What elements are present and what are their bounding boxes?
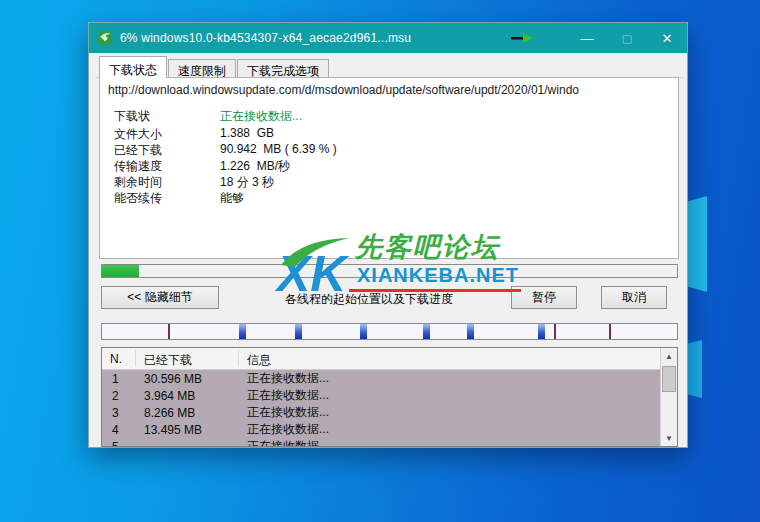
field-value: 1.226 MB/秒 xyxy=(220,158,290,174)
total-progress-bar xyxy=(101,264,678,278)
field-label: 传输速度 xyxy=(114,158,220,174)
field-value: 能够 xyxy=(220,190,244,206)
scrollbar-thumb[interactable] xyxy=(662,366,676,392)
field-label: 下载状 xyxy=(114,108,220,124)
table-cell: 5 xyxy=(102,440,136,447)
field-label: 剩余时间 xyxy=(114,174,220,190)
thread-position-mark xyxy=(467,324,474,339)
thread-position-mark xyxy=(423,324,430,339)
titlebar[interactable]: 6% windows10.0-kb4534307-x64_aecae2d961.… xyxy=(89,23,687,53)
thread-position-mark xyxy=(239,324,246,339)
field-row: 能否续传能够 xyxy=(114,190,337,206)
desktop-wallpaper: 6% windows10.0-kb4534307-x64_aecae2d961.… xyxy=(0,0,760,522)
table-row[interactable]: 5正在接收数据... xyxy=(102,438,660,446)
field-row: 剩余时间18 分 3 秒 xyxy=(114,174,337,190)
table-cell: 2 xyxy=(102,389,136,403)
field-label: 能否续传 xyxy=(114,190,220,206)
table-cell: 13.495 MB xyxy=(136,423,239,437)
threads-table: N. 已经下载 信息 130.596 MB正在接收数据...23.964 MB正… xyxy=(101,347,678,447)
segment-boundary-mark xyxy=(609,324,611,339)
thread-position-mark xyxy=(295,324,302,339)
field-row: 文件大小1.388 GB xyxy=(114,126,337,142)
download-progress-window: 6% windows10.0-kb4534307-x64_aecae2d961.… xyxy=(88,22,688,448)
table-row[interactable]: 130.596 MB正在接收数据... xyxy=(102,370,660,387)
column-header-info[interactable]: 信息 xyxy=(239,348,677,369)
tab-strip: 下载状态 速度限制 下载完成选项 xyxy=(99,56,330,78)
field-value: 1.388 GB xyxy=(220,126,274,142)
idm-app-icon xyxy=(97,30,113,46)
scroll-up-arrow-icon[interactable]: ▲ xyxy=(661,348,677,364)
column-header-downloaded[interactable]: 已经下载 xyxy=(136,348,239,369)
table-cell: 正在接收数据... xyxy=(239,421,660,438)
progress-fill xyxy=(102,265,139,277)
table-cell: 30.596 MB xyxy=(136,372,239,386)
table-row[interactable]: 38.266 MB正在接收数据... xyxy=(102,404,660,421)
tab-on-complete-options[interactable]: 下载完成选项 xyxy=(237,59,329,78)
table-cell: 1 xyxy=(102,372,136,386)
thread-position-mark xyxy=(538,324,545,339)
field-value: 90.942 MB ( 6.39 % ) xyxy=(220,142,337,158)
table-cell: 8.266 MB xyxy=(136,406,239,420)
field-value: 18 分 3 秒 xyxy=(220,174,274,190)
field-label: 文件大小 xyxy=(114,126,220,142)
table-header: N. 已经下载 信息 xyxy=(102,348,677,370)
table-cell: 3 xyxy=(102,406,136,420)
table-cell: 正在接收数据... xyxy=(239,387,660,404)
table-cell: 4 xyxy=(102,423,136,437)
hide-details-button[interactable]: << 隐藏细节 xyxy=(101,286,219,309)
download-fields: 下载状正在接收数据...文件大小1.388 GB已经下载90.942 MB ( … xyxy=(114,108,337,206)
segment-boundary-mark xyxy=(168,324,170,339)
table-cell: 正在接收数据... xyxy=(239,438,660,446)
tab-download-status[interactable]: 下载状态 xyxy=(99,56,167,78)
table-scrollbar[interactable]: ▲ ▼ xyxy=(660,348,677,446)
window-title: 6% windows10.0-kb4534307-x64_aecae2d961.… xyxy=(120,31,411,45)
start-queue-icon[interactable] xyxy=(509,31,539,45)
threads-caption: 各线程的起始位置以及下载进度 xyxy=(257,291,481,308)
pause-button[interactable]: 暂停 xyxy=(511,286,577,309)
status-panel: http://download.windowsupdate.com/d/msdo… xyxy=(99,77,679,259)
tab-speed-limit[interactable]: 速度限制 xyxy=(168,59,236,78)
close-button[interactable]: ✕ xyxy=(647,23,687,53)
field-label: 已经下载 xyxy=(114,142,220,158)
segment-boundary-mark xyxy=(554,324,556,339)
table-row[interactable]: 413.495 MB正在接收数据... xyxy=(102,421,660,438)
column-header-n[interactable]: N. xyxy=(102,348,136,369)
thread-position-mark xyxy=(360,324,367,339)
scroll-down-arrow-icon[interactable]: ▼ xyxy=(661,430,677,446)
field-value: 正在接收数据... xyxy=(220,108,302,124)
cancel-button[interactable]: 取消 xyxy=(601,286,667,309)
thread-progress-bar xyxy=(101,323,678,340)
maximize-button[interactable]: ▢ xyxy=(607,23,647,53)
field-row: 已经下载90.942 MB ( 6.39 % ) xyxy=(114,142,337,158)
field-row: 下载状正在接收数据... xyxy=(114,108,337,124)
table-row[interactable]: 23.964 MB正在接收数据... xyxy=(102,387,660,404)
table-cell: 正在接收数据... xyxy=(239,370,660,387)
download-url: http://download.windowsupdate.com/d/msdo… xyxy=(108,83,674,97)
field-row: 传输速度1.226 MB/秒 xyxy=(114,158,337,174)
table-cell: 正在接收数据... xyxy=(239,404,660,421)
minimize-button[interactable]: — xyxy=(567,23,607,53)
table-cell: 3.964 MB xyxy=(136,389,239,403)
table-body: 130.596 MB正在接收数据...23.964 MB正在接收数据...38.… xyxy=(102,370,660,446)
